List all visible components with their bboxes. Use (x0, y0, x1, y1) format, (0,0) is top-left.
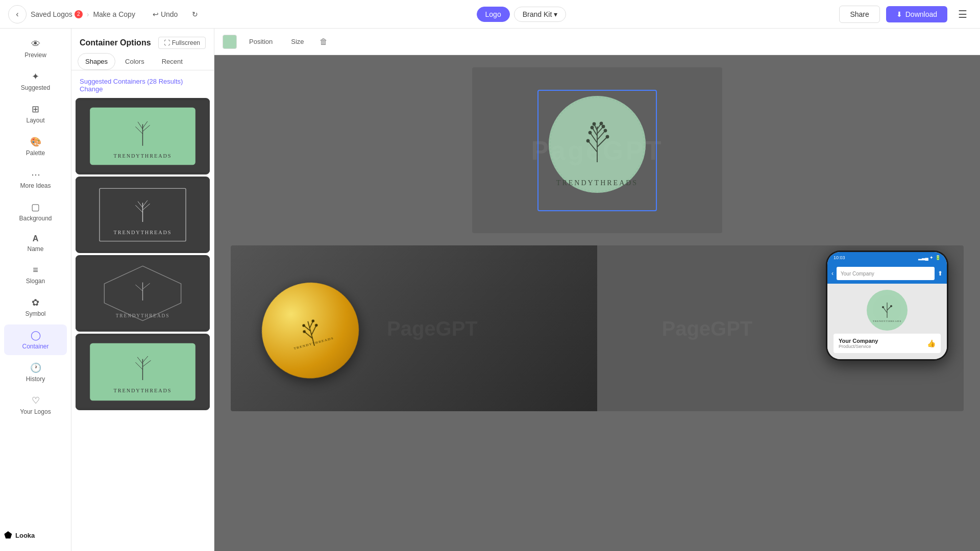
svg-text:TRENDYTHREADS: TRENDYTHREADS (873, 320, 901, 322)
color-swatch[interactable] (223, 35, 237, 49)
canvas-toolbar: Position Size 🗑 (214, 29, 980, 55)
svg-point-45 (591, 126, 594, 129)
svg-point-64 (883, 307, 884, 308)
looka-icon: ⬟ (4, 530, 12, 541)
brand-kit-button[interactable]: Brand Kit ▾ (514, 7, 566, 22)
hamburger-icon: ☰ (958, 8, 967, 20)
tab-colors[interactable]: Colors (117, 53, 152, 70)
sidebar-item-symbol[interactable]: ✿ Symbol (4, 292, 67, 322)
svg-text:TRENDYTHREADS: TRENDYTHREADS (556, 179, 638, 187)
svg-text:TRENDYTHREADS: TRENDYTHREADS (293, 336, 334, 350)
canvas-area: Position Size 🗑 PageGPT (214, 29, 980, 551)
logo-canvas[interactable]: PageGPT (472, 67, 722, 233)
sidebar-item-label: Layout (26, 117, 44, 124)
sidebar-item-background[interactable]: ▢ Background (4, 196, 67, 227)
container-card-4[interactable]: TRENDYTHREADS (76, 334, 210, 410)
sidebar-item-slogan[interactable]: ≡ Slogan (4, 260, 67, 290)
phone-company-card: Your Company Product/Service 👍 (834, 334, 941, 353)
sidebar-item-label: Symbol (25, 310, 45, 317)
size-button[interactable]: Size (285, 35, 310, 48)
looka-label: Looka (15, 532, 35, 539)
tab-bar: Shapes Colors Recent (71, 53, 214, 70)
sidebar-item-container[interactable]: ◯ Container (4, 324, 67, 355)
svg-text:TRENDYTHREADS: TRENDYTHREADS (114, 153, 172, 159)
phone-search-input: Your Company (837, 267, 935, 280)
topbar: ‹ Saved Logos 2 › Make a Copy ↩ Undo ↻ L… (0, 0, 980, 29)
background-icon: ▢ (31, 202, 40, 213)
gold-sticker-wrap: TRENDYTHREADS (231, 245, 597, 411)
symbol-icon: ✿ (32, 297, 39, 308)
notification-badge: 2 (75, 10, 83, 18)
topbar-actions: ↩ Undo ↻ (148, 7, 203, 21)
download-icon: ⬇ (896, 10, 902, 18)
sidebar-item-name[interactable]: A Name (4, 229, 67, 258)
fullscreen-icon: ⛶ (164, 39, 170, 46)
sidebar-item-label: Slogan (26, 278, 45, 285)
fullscreen-button[interactable]: ⛶ Fullscreen (158, 37, 206, 49)
phone-signal: ▂▃▄ ✦ 🔋 (918, 255, 941, 260)
logo-svg: TRENDYTHREADS (544, 96, 651, 203)
svg-point-65 (891, 306, 892, 307)
svg-point-41 (587, 139, 590, 142)
container-card-3[interactable]: TRENDYTHREADS (76, 255, 210, 332)
sidebar-item-layout[interactable]: ⊞ Layout (4, 98, 67, 129)
back-button[interactable]: ‹ (8, 5, 27, 23)
tab-recent[interactable]: Recent (154, 53, 190, 70)
logo-preview-area: PageGPT (214, 55, 980, 245)
main-layout: 👁 Preview ✦ Suggested ⊞ Layout 🎨 Palette… (0, 29, 980, 551)
mockup-watermark-2: PageGPT (662, 317, 752, 340)
svg-text:TRENDYTHREADS: TRENDYTHREADS (114, 388, 172, 393)
tab-shapes[interactable]: Shapes (78, 53, 115, 70)
sidebar-item-label: Palette (26, 149, 45, 157)
make-copy-link[interactable]: Make a Copy (93, 10, 135, 18)
share-icon-phone: ⬆ (938, 270, 943, 277)
fullscreen-label: Fullscreen (172, 39, 200, 46)
redo-button[interactable]: ↻ (187, 7, 203, 21)
sidebar-item-label: Suggested (21, 84, 50, 91)
more-ideas-icon: ⋯ (31, 169, 40, 180)
suggested-header: Suggested Containers (28 Results) Change (71, 74, 214, 98)
looka-brand: ⬟ Looka (0, 523, 71, 547)
phone-logo-circle: TRENDYTHREADS (867, 290, 908, 331)
sidebar-item-your-logos[interactable]: ♡ Your Logos (4, 390, 67, 420)
sidebar-item-history[interactable]: 🕐 History (4, 357, 67, 388)
saved-logos-link[interactable]: Saved Logos 2 (31, 10, 83, 18)
delete-icon: 🗑 (320, 37, 328, 46)
your-logos-icon: ♡ (32, 395, 40, 406)
topbar-left: ‹ Saved Logos 2 › Make a Copy (8, 5, 135, 23)
sidebar-item-more-ideas[interactable]: ⋯ More Ideas (4, 164, 67, 194)
name-icon: A (33, 234, 39, 243)
sidebar-item-label: Background (19, 215, 52, 222)
menu-button[interactable]: ☰ (953, 5, 972, 23)
sidebar-item-suggested[interactable]: ✦ Suggested (4, 66, 67, 96)
download-button[interactable]: ⬇ Download (886, 6, 947, 22)
phone-mockup: 10:03 ▂▃▄ ✦ 🔋 ‹ Your Company ⬆ (826, 251, 948, 361)
svg-point-58 (312, 319, 314, 322)
sidebar: 👁 Preview ✦ Suggested ⊞ Layout 🎨 Palette… (0, 29, 71, 551)
preview-icon: 👁 (31, 39, 40, 49)
svg-point-44 (604, 129, 607, 132)
logo-button[interactable]: Logo (477, 7, 510, 22)
container-card-2[interactable]: TRENDYTHREADS (76, 177, 210, 253)
back-icon-phone: ‹ (831, 270, 834, 277)
svg-point-55 (303, 330, 306, 333)
position-button[interactable]: Position (243, 35, 279, 48)
phone-search-bar: ‹ Your Company ⬆ (827, 263, 947, 284)
saved-logos-label: Saved Logos (31, 10, 72, 18)
share-button[interactable]: Share (839, 6, 879, 23)
back-icon: ‹ (16, 10, 18, 19)
svg-point-48 (600, 122, 603, 124)
undo-button[interactable]: ↩ Undo (148, 7, 183, 21)
svg-point-43 (589, 131, 592, 134)
topbar-right: Share ⬇ Download ☰ (839, 5, 972, 23)
selected-container[interactable]: TRENDYTHREADS (537, 90, 657, 211)
slogan-icon: ≡ (33, 265, 38, 276)
phone-company-name: Your Company (839, 338, 878, 344)
sidebar-item-palette[interactable]: 🎨 Palette (4, 131, 67, 162)
phone-company-sub: Product/Service (839, 344, 878, 349)
container-card-1[interactable]: TRENDYTHREADS (76, 98, 210, 174)
svg-point-57 (303, 324, 305, 327)
delete-button[interactable]: 🗑 (316, 34, 331, 49)
change-link[interactable]: Change (80, 85, 103, 93)
sidebar-item-preview[interactable]: 👁 Preview (4, 34, 67, 64)
